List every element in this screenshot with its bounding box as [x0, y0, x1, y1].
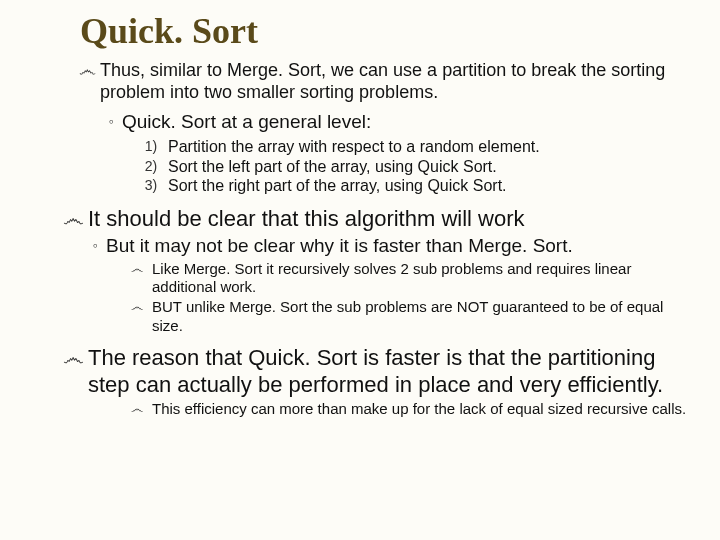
bullet-l1: ෴ The reason that Quick. Sort is faster … [58, 345, 698, 399]
bullet-l1: ෴ It should be clear that this algorithm… [58, 206, 698, 233]
bullet-l2: ◦ Quick. Sort at a general level: [100, 110, 698, 133]
text: But it may not be clear why it is faster… [106, 234, 698, 257]
swirl-icon: ෴ [74, 60, 100, 82]
text: It should be clear that this algorithm w… [88, 206, 698, 233]
text: The reason that Quick. Sort is faster is… [88, 345, 698, 399]
bullet-l1: ෴ Thus, similar to Merge. Sort, we can u… [74, 60, 698, 104]
page-title: Quick. Sort [80, 10, 698, 52]
swirl-icon: ෴ [58, 206, 88, 233]
text: This efficiency can more than make up fo… [152, 400, 698, 418]
bullet-l3: ෴ This efficiency can more than make up … [122, 400, 698, 418]
text: Sort the left part of the array, using Q… [168, 157, 698, 177]
text: BUT unlike Merge. Sort the sub problems … [152, 298, 698, 335]
bullet-l2: ◦ But it may not be clear why it is fast… [84, 234, 698, 257]
circle-icon: ◦ [100, 110, 122, 130]
bullet-l3: ෴ BUT unlike Merge. Sort the sub problem… [122, 298, 698, 335]
text: Sort the right part of the array, using … [168, 176, 698, 196]
numbered-item: 1) Partition the array with respect to a… [134, 137, 698, 157]
numbered-item: 2) Sort the left part of the array, usin… [134, 157, 698, 177]
number-label: 3) [134, 176, 168, 194]
numbered-item: 3) Sort the right part of the array, usi… [134, 176, 698, 196]
number-label: 1) [134, 137, 168, 155]
number-label: 2) [134, 157, 168, 175]
circle-icon: ◦ [84, 234, 106, 254]
text: Partition the array with respect to a ra… [168, 137, 698, 157]
swirl-icon: ෴ [122, 260, 152, 277]
text: Quick. Sort at a general level: [122, 110, 698, 133]
bullet-l3: ෴ Like Merge. Sort it recursively solves… [122, 260, 698, 297]
text: Like Merge. Sort it recursively solves 2… [152, 260, 698, 297]
swirl-icon: ෴ [122, 400, 152, 417]
text: Thus, similar to Merge. Sort, we can use… [100, 60, 698, 104]
swirl-icon: ෴ [58, 345, 88, 372]
slide: Quick. Sort ෴ Thus, similar to Merge. So… [0, 0, 720, 540]
swirl-icon: ෴ [122, 298, 152, 315]
